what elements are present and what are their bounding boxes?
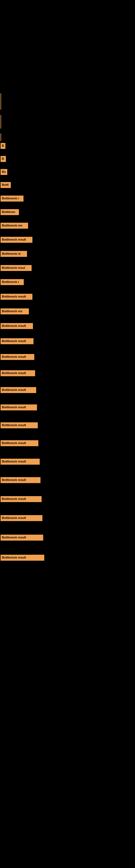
bar-row: Bo [1, 168, 135, 176]
bar-row: Bottleneck result [1, 293, 135, 301]
bar-container: BBBoBottlBottleneck rBottlenecBottleneck… [0, 142, 135, 562]
bar-label: Bottleneck res [1, 308, 29, 314]
bar-row: Bottleneck result [1, 476, 135, 484]
bar-label: Bo [1, 169, 7, 175]
bar-row: Bottleneck result [1, 322, 135, 330]
bar-label: Bottleneck result [1, 404, 37, 410]
bar-label: Bottleneck result [1, 237, 32, 243]
bar-label: Bottleneck result [1, 323, 33, 329]
bar-label: Bottleneck result [1, 515, 42, 521]
bar-row: Bottleneck result [1, 236, 135, 244]
bar-label: Bottleneck result [1, 459, 40, 464]
bar-row: Bottleneck result [1, 369, 135, 377]
bar-row: Bottl [1, 181, 135, 189]
bar-row: Bottleneck r [1, 278, 135, 286]
bar-row: Bottleneck result [1, 404, 135, 411]
bar-label: Bottleneck result [1, 338, 34, 344]
site-title [0, 0, 135, 4]
bar-row: Bottleneck result [1, 495, 135, 503]
bar-row: Bottleneck r [1, 195, 135, 203]
bar-label: Bottleneck res [1, 223, 28, 228]
bar-label: Bottleneck r [1, 279, 24, 285]
chart-area [5, 4, 130, 91]
bar-label: Bottleneck result [1, 535, 43, 540]
bar-row: Bottleneck result [1, 422, 135, 429]
bar-label: Bottleneck result [1, 387, 36, 393]
bar-row: Bottleneck result [1, 353, 135, 361]
bar-label: Bottleneck result [1, 555, 44, 560]
bar-label: Bottleneck result [1, 440, 38, 446]
bar-row: Bottleneck result [1, 439, 135, 447]
bar-label: Bottleneck result [1, 477, 41, 483]
bar-label: Bottleneck re [1, 251, 27, 257]
bar-label: B [1, 143, 5, 149]
bar-label: Bottleneck r [1, 195, 24, 201]
bar-label: Bottleneck result [1, 422, 38, 428]
bar-row: Bottleneck resul [1, 264, 135, 272]
bar-label: Bottlenec [1, 209, 19, 215]
bar-row: Bottleneck result [1, 337, 135, 345]
bar-row: Bottleneck result [1, 554, 135, 561]
bar-label: Bottleneck result [1, 294, 32, 300]
bar-label: Bottleneck result [1, 354, 34, 360]
bar-row: Bottleneck result [1, 458, 135, 465]
bar-row: Bottleneck re [1, 250, 135, 258]
bar-row: Bottleneck result [1, 534, 135, 541]
bar-label: Bottleneck result [1, 370, 35, 376]
bar-row: B [1, 142, 135, 150]
bar-label: B [1, 156, 6, 162]
bar-row: B [1, 155, 135, 163]
bar-label: Bottl [1, 182, 11, 188]
bar-label: Bottleneck result [1, 496, 42, 502]
bar-row: Bottlenec [1, 208, 135, 216]
bar-row: Bottleneck res [1, 308, 135, 315]
bar-row: Bottleneck result [1, 514, 135, 522]
bar-row: Bottleneck res [1, 222, 135, 229]
bar-label: Bottleneck resul [1, 265, 32, 271]
bar-row: Bottleneck result [1, 386, 135, 394]
